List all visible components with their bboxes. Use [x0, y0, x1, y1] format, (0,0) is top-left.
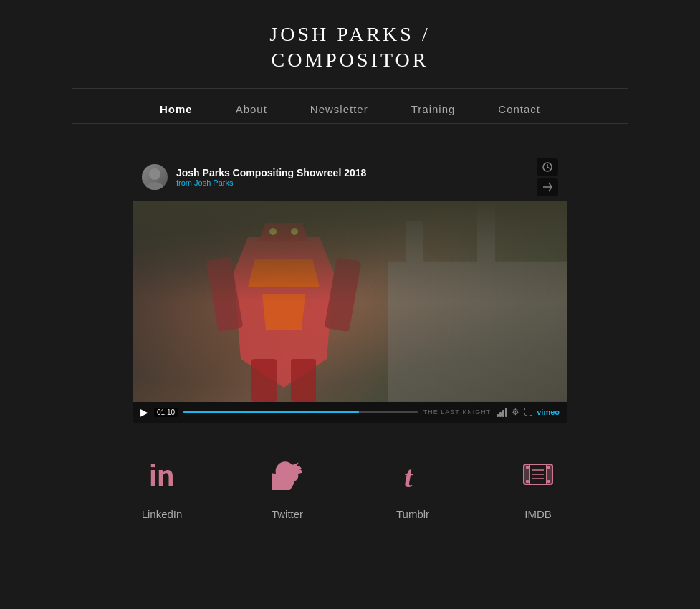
svg-rect-26 — [547, 480, 550, 483]
share-button[interactable] — [537, 178, 558, 196]
site-title: JOSH PARKS / COMPOSITOR — [0, 21, 700, 74]
linkedin-link[interactable]: in LinkedIn — [100, 459, 225, 520]
imdb-icon — [522, 459, 554, 497]
twitter-label: Twitter — [272, 508, 303, 520]
nav-item-training[interactable]: Training — [411, 103, 456, 116]
nav-link-home[interactable]: Home — [160, 103, 193, 115]
video-from-label: from — [176, 178, 192, 187]
watch-later-button[interactable] — [537, 158, 558, 176]
linkedin-label: LinkedIn — [142, 508, 183, 520]
avatar-svg — [142, 164, 168, 190]
nav-item-contact[interactable]: Contact — [498, 103, 540, 116]
nav-item-home[interactable]: Home — [160, 103, 193, 116]
site-title-line1: JOSH PARKS / — [269, 23, 430, 45]
svg-rect-25 — [526, 480, 529, 483]
svg-text:t: t — [404, 461, 413, 490]
svg-rect-23 — [526, 466, 529, 469]
site-title-line2: COMPOSITOR — [272, 49, 429, 71]
video-thumbnail[interactable] — [133, 201, 567, 402]
video-from: from Josh Parks — [176, 178, 528, 187]
settings-icon[interactable]: ⚙ — [512, 407, 519, 418]
video-title: Josh Parks Compositing Showreel 2018 — [176, 167, 528, 178]
svg-rect-13 — [251, 359, 277, 402]
svg-rect-24 — [547, 466, 550, 469]
svg-point-1 — [145, 182, 164, 190]
linkedin-svg: in — [146, 459, 178, 490]
main-content: Josh Parks Compositing Showreel 2018 fro… — [0, 124, 700, 549]
twitter-svg — [272, 459, 303, 490]
nav-link-about[interactable]: About — [236, 103, 267, 115]
imdb-svg — [522, 459, 554, 490]
video-author[interactable]: Josh Parks — [194, 178, 233, 187]
nav-link-contact[interactable]: Contact — [498, 103, 540, 115]
progress-fill — [183, 411, 359, 413]
film-label: THE LAST KNIGHT — [423, 408, 491, 416]
signal-icon — [497, 407, 507, 417]
progress-bar[interactable] — [183, 411, 418, 413]
main-nav: Home About Newsletter Training Contact — [72, 88, 628, 124]
linkedin-icon: in — [146, 459, 178, 497]
svg-rect-14 — [291, 359, 316, 402]
video-top-bar: Josh Parks Compositing Showreel 2018 fro… — [133, 153, 567, 201]
twitter-icon — [272, 459, 303, 497]
video-info: Josh Parks Compositing Showreel 2018 fro… — [176, 167, 528, 187]
imdb-label: IMDB — [524, 508, 552, 520]
svg-text:in: in — [149, 460, 175, 490]
social-section: in LinkedIn Twitter t Tumbl — [100, 459, 601, 520]
svg-point-0 — [149, 168, 160, 180]
fullscreen-icon[interactable]: ⛶ — [524, 407, 532, 418]
avatar-image — [142, 164, 168, 190]
nav-item-newsletter[interactable]: Newsletter — [310, 103, 368, 116]
tumblr-svg: t — [397, 459, 428, 490]
svg-line-4 — [547, 167, 550, 168]
video-player[interactable]: Josh Parks Compositing Showreel 2018 fro… — [133, 153, 567, 423]
tumblr-icon: t — [397, 459, 428, 497]
control-icons: ⚙ ⛶ vimeo — [497, 407, 560, 418]
tumblr-label: Tumblr — [396, 508, 429, 520]
sky-overlay — [133, 201, 567, 302]
play-button[interactable]: ▶ — [140, 406, 148, 418]
video-avatar — [142, 164, 168, 190]
tumblr-link[interactable]: t Tumblr — [350, 459, 476, 520]
video-controls: ▶ 01:10 THE LAST KNIGHT ⚙ ⛶ vimeo — [133, 402, 567, 423]
twitter-link[interactable]: Twitter — [225, 459, 350, 520]
vimeo-logo: vimeo — [537, 408, 560, 416]
nav-link-training[interactable]: Training — [411, 103, 456, 115]
nav-item-about[interactable]: About — [236, 103, 267, 116]
time-display: 01:10 — [154, 408, 178, 417]
site-header: JOSH PARKS / COMPOSITOR — [0, 0, 700, 88]
imdb-link[interactable]: IMDB — [476, 459, 601, 520]
nav-link-newsletter[interactable]: Newsletter — [310, 103, 368, 115]
share-icon — [542, 181, 553, 193]
clock-icon — [542, 161, 553, 173]
video-top-icons — [537, 158, 558, 196]
